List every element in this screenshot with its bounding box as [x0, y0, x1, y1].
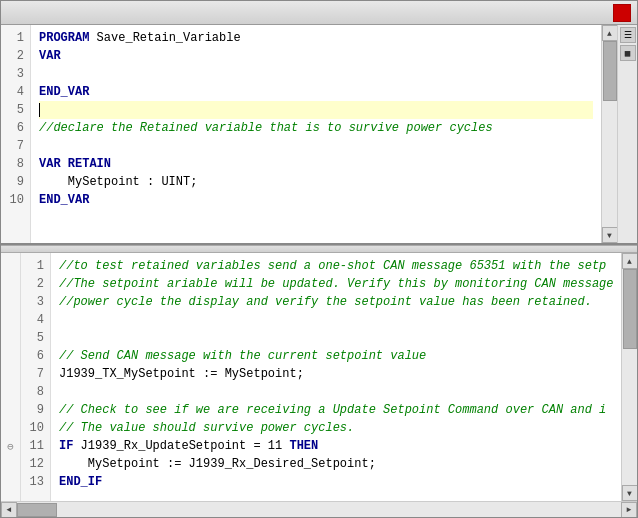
line-number: 7 — [5, 137, 24, 155]
code-line — [39, 137, 593, 155]
line-number: 8 — [5, 155, 24, 173]
line-number: 9 — [25, 401, 44, 419]
bottom-scroll-up-button[interactable]: ▲ — [622, 253, 638, 269]
bottom-scroll-track[interactable] — [622, 269, 637, 485]
scroll-down-button[interactable]: ▼ — [602, 227, 618, 243]
code-line: END_VAR — [39, 83, 593, 101]
scroll-track[interactable] — [602, 41, 617, 227]
sidebar-icons-top: ☰ ▦ — [617, 25, 637, 243]
main-content: 12345678910 PROGRAM Save_Retain_Variable… — [1, 25, 637, 517]
line-number: 13 — [25, 473, 44, 491]
code-line: J1939_TX_MySetpoint := MySetpoint; — [59, 365, 613, 383]
line-number: 6 — [5, 119, 24, 137]
close-button[interactable] — [613, 4, 631, 22]
code-line — [59, 311, 613, 329]
code-line: // The value should survive power cycles… — [59, 419, 613, 437]
code-line: END_VAR — [39, 191, 593, 209]
line-number: 2 — [25, 275, 44, 293]
bookmark-icon[interactable]: ☰ — [620, 27, 636, 43]
line-number: 7 — [25, 365, 44, 383]
bottom-scroll-down-button[interactable]: ▼ — [622, 485, 638, 501]
line-number: 10 — [25, 419, 44, 437]
scroll-up-button[interactable]: ▲ — [602, 25, 618, 41]
line-number: 12 — [25, 455, 44, 473]
code-line: VAR — [39, 47, 593, 65]
line-number: 10 — [5, 191, 24, 209]
line-number: 6 — [25, 347, 44, 365]
line-number: 1 — [25, 257, 44, 275]
line-number: 8 — [25, 383, 44, 401]
main-window: 12345678910 PROGRAM Save_Retain_Variable… — [0, 0, 638, 518]
bottom-line-numbers: 12345678910111213 — [21, 253, 51, 501]
code-line: // Send CAN message with the current set… — [59, 347, 613, 365]
code-line: //to test retained variables send a one-… — [59, 257, 613, 275]
line-number: 5 — [5, 101, 24, 119]
line-number: 3 — [5, 65, 24, 83]
code-line — [39, 65, 593, 83]
code-line: MySetpoint := J1939_Rx_Desired_Setpoint; — [59, 455, 613, 473]
code-line — [59, 383, 613, 401]
left-gutter: ⊖ — [1, 253, 21, 501]
line-number: 11 — [25, 437, 44, 455]
code-line — [39, 101, 593, 119]
code-line: //declare the Retained variable that is … — [39, 119, 593, 137]
code-line: //The setpoint ariable will be updated. … — [59, 275, 613, 293]
line-number: 2 — [5, 47, 24, 65]
code-line: PROGRAM Save_Retain_Variable — [39, 29, 593, 47]
line-number: 3 — [25, 293, 44, 311]
h-scroll-thumb[interactable] — [17, 503, 57, 517]
bottom-scroll-thumb[interactable] — [623, 269, 637, 349]
top-pane: 12345678910 PROGRAM Save_Retain_Variable… — [1, 25, 637, 245]
code-line — [59, 329, 613, 347]
line-number: 1 — [5, 29, 24, 47]
grid-icon[interactable]: ▦ — [620, 45, 636, 61]
scroll-right-button[interactable]: ► — [621, 502, 637, 518]
code-line: MySetpoint : UINT; — [39, 173, 593, 191]
code-line: END_IF — [59, 473, 613, 491]
bottom-scrollbar-vertical[interactable]: ▲ ▼ — [621, 253, 637, 501]
line-number: 5 — [25, 329, 44, 347]
pane-splitter[interactable] — [1, 245, 637, 253]
h-scroll-track[interactable] — [17, 502, 621, 517]
code-line: //power cycle the display and verify the… — [59, 293, 613, 311]
scroll-left-button[interactable]: ◄ — [1, 502, 17, 518]
line-number: 9 — [5, 173, 24, 191]
code-line: VAR RETAIN — [39, 155, 593, 173]
top-scrollbar-vertical[interactable]: ▲ ▼ — [601, 25, 617, 243]
bottom-code-content[interactable]: //to test retained variables send a one-… — [51, 253, 621, 501]
line-number: 4 — [25, 311, 44, 329]
code-line: IF J1939_Rx_UpdateSetpoint = 11 THEN — [59, 437, 613, 455]
top-line-numbers: 12345678910 — [1, 25, 31, 243]
bottom-pane: ⊖ 12345678910111213 //to test retained v… — [1, 253, 637, 501]
bottom-scrollbar-horizontal[interactable]: ◄ ► — [1, 501, 637, 517]
code-line: // Check to see if we are receiving a Up… — [59, 401, 613, 419]
title-bar — [1, 1, 637, 25]
top-code-content[interactable]: PROGRAM Save_Retain_VariableVAREND_VAR//… — [31, 25, 601, 243]
editor-area: 12345678910 PROGRAM Save_Retain_Variable… — [1, 25, 637, 517]
scroll-thumb[interactable] — [603, 41, 617, 101]
line-number: 4 — [5, 83, 24, 101]
